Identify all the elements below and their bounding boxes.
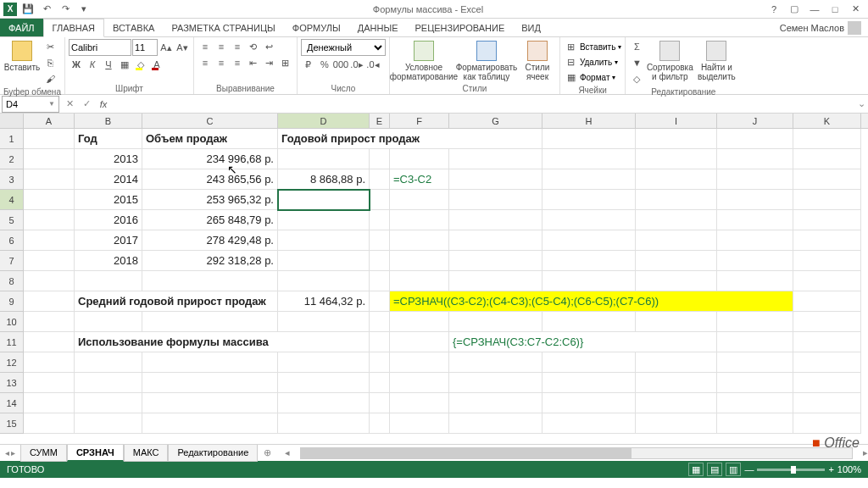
cell-E10[interactable] [370,312,390,332]
cell-E2[interactable] [370,149,390,169]
align-bottom-icon[interactable]: ≡ [230,39,245,54]
cell-D7[interactable] [278,251,370,271]
zoom-slider[interactable] [757,469,825,471]
cell-D14[interactable] [278,393,370,413]
cell-D6[interactable] [278,230,370,251]
tab-view[interactable]: ВИД [513,19,549,36]
cell-I8[interactable] [636,271,717,291]
cell-H5[interactable] [542,210,636,230]
cell-H6[interactable] [542,230,636,251]
row-header-12[interactable]: 12 [0,352,24,373]
tab-data[interactable]: ДАННЫЕ [349,19,407,36]
decrease-indent-icon[interactable]: ⇤ [246,55,261,70]
cell-K9[interactable] [793,291,861,312]
cell-J14[interactable] [717,393,793,413]
column-header-J[interactable]: J [717,114,793,128]
cell-E13[interactable] [370,373,390,393]
cell-H14[interactable] [542,393,636,413]
align-right-icon[interactable]: ≡ [230,55,245,70]
format-painter-icon[interactable]: 🖌 [42,71,58,86]
cell-E8[interactable] [370,271,390,291]
cell-B7[interactable]: 2018 [75,251,142,271]
cell-K2[interactable] [793,149,861,169]
row-header-6[interactable]: 6 [0,230,24,251]
cell-F15[interactable] [390,413,449,434]
cell-E9[interactable] [370,291,390,312]
row-header-7[interactable]: 7 [0,251,24,271]
cell-C2[interactable]: 234 996,68 р. [142,149,278,169]
cell-A9[interactable] [24,291,75,312]
cell-J13[interactable] [717,373,793,393]
fill-color-icon[interactable]: ◇ [133,57,148,72]
cell-H15[interactable] [542,413,636,434]
fill-icon[interactable]: ▼ [629,55,644,70]
cell-I6[interactable] [636,230,717,251]
row-header-2[interactable]: 2 [0,149,24,169]
cell-K10[interactable] [793,312,861,332]
insert-cells-button[interactable]: ⊞Вставить▾ [564,39,621,54]
cell-C14[interactable] [142,393,278,413]
border-icon[interactable]: ▦ [117,57,132,72]
zoom-in-icon[interactable]: + [828,464,833,474]
cell-F6[interactable] [390,230,449,251]
worksheet-grid[interactable]: ABCDEFGHIJK 123456789101112131415 ГодОбъ… [0,114,868,444]
column-header-B[interactable]: B [75,114,142,128]
font-color-icon[interactable]: A [149,57,164,72]
page-break-view-icon[interactable]: ▥ [726,463,741,476]
align-middle-icon[interactable]: ≡ [214,39,229,54]
cell-B14[interactable] [75,393,142,413]
ribbon-options-icon[interactable]: ▢ [785,2,804,17]
cell-D12[interactable] [278,352,370,373]
cut-icon[interactable]: ✂ [42,39,58,54]
cell-K5[interactable] [793,210,861,230]
cell-F11[interactable] [390,332,449,352]
redo-icon[interactable]: ↷ [58,2,73,17]
cell-J6[interactable] [717,230,793,251]
align-center-icon[interactable]: ≡ [214,55,229,70]
tab-next-icon[interactable]: ▸ [11,448,15,458]
cell-E4[interactable] [370,190,390,210]
cell-I12[interactable] [636,352,717,373]
comma-icon[interactable]: 000 [333,57,348,72]
cell-D8[interactable] [278,271,370,291]
cell-G4[interactable] [449,190,542,210]
cell-J5[interactable] [717,210,793,230]
cell-H13[interactable] [542,373,636,393]
cell-K12[interactable] [793,352,861,373]
cell-D1[interactable]: Годовой прирост продаж [278,129,542,149]
cell-B5[interactable]: 2016 [75,210,142,230]
row-header-11[interactable]: 11 [0,332,24,352]
cell-D4[interactable] [278,190,370,210]
decrease-decimal-icon[interactable]: .0◂ [365,57,381,72]
cell-I2[interactable] [636,149,717,169]
cell-A3[interactable] [24,169,75,190]
horizontal-scrollbar[interactable]: ◂ ▸ [276,447,868,459]
cell-K13[interactable] [793,373,861,393]
column-header-I[interactable]: I [636,114,717,128]
italic-button[interactable]: К [85,57,100,72]
copy-icon[interactable]: ⎘ [42,55,58,70]
row-header-1[interactable]: 1 [0,129,24,149]
close-icon[interactable]: ✕ [846,2,865,17]
cell-G3[interactable] [449,169,542,190]
increase-font-icon[interactable]: A▴ [159,40,174,55]
cell-F8[interactable] [390,271,449,291]
column-header-H[interactable]: H [542,114,636,128]
cell-G14[interactable] [449,393,542,413]
cell-C15[interactable] [142,413,278,434]
cell-A8[interactable] [24,271,75,291]
sheet-tab-МАКС[interactable]: МАКС [124,445,169,462]
cell-B15[interactable] [75,413,142,434]
cell-C5[interactable]: 265 848,79 р. [142,210,278,230]
cell-F9[interactable]: =СРЗНАЧ((C3-C2);(C4-C3);(C5-C4);(C6-C5);… [390,291,793,312]
cell-I4[interactable] [636,190,717,210]
cell-B10[interactable] [75,312,142,332]
cell-E7[interactable] [370,251,390,271]
cell-E14[interactable] [370,393,390,413]
cell-E11[interactable] [370,332,390,352]
cell-A11[interactable] [24,332,75,352]
row-header-10[interactable]: 10 [0,312,24,332]
row-header-15[interactable]: 15 [0,413,24,434]
cell-H8[interactable] [542,271,636,291]
increase-indent-icon[interactable]: ⇥ [262,55,277,70]
